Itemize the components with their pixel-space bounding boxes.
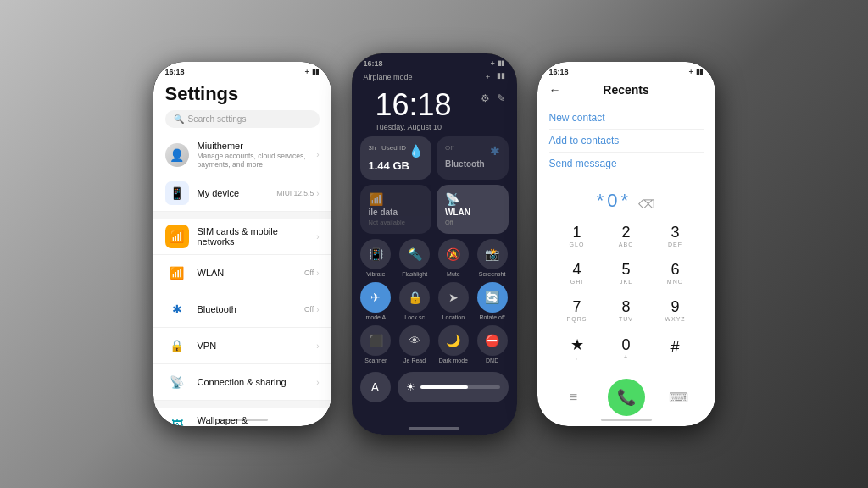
lockscreen-item[interactable]: 🔒 Lock sc: [398, 282, 431, 320]
wlan-icon: 📶: [165, 261, 189, 285]
profile-chevron: ›: [316, 150, 319, 159]
my-device-value: MIUI 12.5.5 ›: [276, 189, 319, 198]
airplane-mode-label: Airplane mode: [364, 73, 413, 81]
home-indicator-right: [601, 419, 652, 421]
vpn-item[interactable]: 🔒 VPN ›: [153, 328, 331, 364]
reader-btn: 👁: [399, 325, 430, 356]
sim-label: SIM cards & mobile networks: [198, 226, 309, 247]
dial-key-8[interactable]: 8 TUV: [604, 293, 649, 327]
keypad-button[interactable]: ⌨: [664, 382, 694, 413]
location-item[interactable]: ➤ Location: [437, 282, 470, 320]
backspace-icon[interactable]: ⌫: [638, 197, 655, 211]
dial-key-0[interactable]: 0 +: [604, 330, 649, 365]
brightness-fill: [420, 385, 468, 389]
screenshot-label: Screensht: [479, 271, 506, 277]
status-time-left: 16:18: [165, 68, 185, 76]
dial-key-hash[interactable]: #: [653, 330, 698, 365]
settings-list: 👤 Miuithemer Manage accounts, cloud serv…: [153, 135, 331, 426]
left-phone: 16:18 ＋ ▮▮ Settings 🔍 Search settings 👤 …: [153, 62, 331, 426]
dial-key-star[interactable]: ★ ,: [554, 330, 600, 365]
bluetooth-value: Off ›: [304, 305, 320, 314]
wlan-item[interactable]: 📶 WLAN Off ›: [153, 255, 331, 291]
cc-second-tiles: 📶 ile data Not available 📡 WLAN Off: [352, 185, 517, 234]
screenshot-btn: 📸: [477, 239, 508, 269]
status-icons-right: ＋ ▮▮: [687, 67, 703, 76]
dial-key-3[interactable]: 3 DEF: [653, 219, 698, 252]
dial-key-2[interactable]: 2 ABC: [604, 219, 649, 252]
dial-key-9[interactable]: 9 WXYZ: [653, 293, 698, 327]
new-contact-link[interactable]: New contact: [549, 107, 704, 130]
sim-item[interactable]: 📶 SIM cards & mobile networks ›: [153, 219, 331, 255]
vpn-icon: 🔒: [165, 334, 189, 358]
wlan-tile-sub: Off: [445, 219, 500, 226]
dial-key-6[interactable]: 6 MNO: [653, 256, 698, 290]
settings-gear-icon[interactable]: ⚙: [481, 92, 490, 104]
status-icons-left: ＋ ▮▮: [303, 67, 319, 76]
divider: [153, 212, 331, 219]
cc-top-tiles: 3h Used ID 💧 1.44 GB Off ✱ Bluetooth: [352, 136, 517, 180]
wlan-tile[interactable]: 📡 WLAN Off: [437, 185, 509, 234]
dial-key-7[interactable]: 7 PQRS: [554, 293, 600, 327]
my-device-item[interactable]: 📱 My device MIUI 12.5.5 ›: [153, 175, 331, 212]
bluetooth-label: Bluetooth: [198, 304, 296, 314]
bluetooth-tile[interactable]: Off ✱ Bluetooth: [437, 136, 509, 180]
dial-number: *0*: [597, 190, 632, 212]
screenshot-item[interactable]: 📸 Screensht: [476, 239, 509, 277]
brightness-bar[interactable]: ☀: [398, 372, 509, 402]
dialer-header: ← Recents: [537, 78, 715, 100]
dial-key-1[interactable]: 1 GLO: [554, 219, 600, 252]
brightness-track: [420, 385, 500, 389]
dnd-label: DND: [486, 358, 498, 363]
search-bar[interactable]: 🔍 Search settings: [165, 110, 320, 128]
darkmode-item[interactable]: 🌙 Dark mode: [437, 325, 470, 363]
mute-item[interactable]: 🔕 Mute: [437, 239, 470, 277]
scanner-label: Scanner: [364, 358, 387, 363]
my-device-content: My device: [198, 188, 269, 198]
add-to-contacts-link[interactable]: Add to contacts: [549, 130, 704, 152]
cc-time: 16:18: [364, 59, 383, 68]
scanner-item[interactable]: ⬛ Scanner: [360, 325, 392, 363]
rotate-label: Rotate off: [480, 314, 505, 320]
data-tile-value: 1.44 GB: [369, 159, 424, 172]
call-button[interactable]: 📞: [608, 379, 645, 416]
back-button[interactable]: ←: [549, 83, 561, 97]
bt-tile-name: Bluetooth: [445, 159, 500, 169]
reader-item[interactable]: 👁 Je Read: [398, 325, 431, 363]
a-button[interactable]: A: [360, 372, 391, 402]
dial-display: *0* ⌫ 1 GLO 2 ABC 3 DEF: [537, 182, 715, 372]
airplane-item[interactable]: ✈ mode A: [360, 282, 392, 320]
center-phone: 16:18 ＋ ▮▮ Airplane mode ＋ ▮▮ 16:18 Tues…: [352, 53, 517, 435]
status-bar-right: 16:18 ＋ ▮▮: [537, 62, 715, 78]
wlan-value: Off ›: [304, 269, 320, 278]
quick-icons-row2: ✈ mode A 🔒 Lock sc ➤ Location 🔄 Rotate o…: [352, 282, 517, 320]
rotate-item[interactable]: 🔄 Rotate off: [476, 282, 509, 320]
mobile-data-tile[interactable]: 📶 ile data Not available: [360, 185, 432, 234]
edit-icon[interactable]: ✎: [497, 92, 505, 104]
battery-icon: ▮▮: [497, 71, 505, 82]
flashlight-item[interactable]: 🔦 Flashlight: [398, 239, 431, 277]
flashlight-btn: 🔦: [399, 239, 430, 269]
send-message-link[interactable]: Send message: [549, 152, 704, 175]
keypad-icon: ⌨: [669, 390, 688, 406]
brightness-icon: ☀: [406, 381, 415, 393]
quick-icons-row3: ⬛ Scanner 👁 Je Read 🌙 Dark mode ⛔ DND: [352, 325, 517, 363]
divider2: [153, 401, 331, 408]
wallpaper-chevron: ›: [316, 421, 319, 427]
data-tile[interactable]: 3h Used ID 💧 1.44 GB: [360, 136, 432, 180]
airplane-label: mode A: [366, 314, 387, 320]
menu-button[interactable]: ≡: [559, 382, 589, 413]
control-center-screen: 16:18 ＋ ▮▮ Airplane mode ＋ ▮▮ 16:18 Tues…: [352, 53, 517, 435]
wallpaper-item[interactable]: 🖼 Wallpaper & personalization ›: [153, 408, 331, 426]
dnd-item[interactable]: ⛔ DND: [476, 325, 509, 363]
bluetooth-item[interactable]: ✱ Bluetooth Off ›: [153, 291, 331, 328]
cc-status-bar: 16:18 ＋ ▮▮: [352, 53, 517, 69]
dial-key-4[interactable]: 4 GHI: [554, 256, 600, 290]
profile-item[interactable]: 👤 Miuithemer Manage accounts, cloud serv…: [153, 135, 331, 175]
cc-date: Tuesday, August 10: [364, 123, 464, 136]
dial-key-5[interactable]: 5 JKL: [604, 256, 649, 290]
vpn-label: VPN: [198, 341, 309, 351]
lockscreen-btn: 🔒: [399, 282, 430, 313]
vibrate-item[interactable]: 📳 Vibrate: [360, 239, 392, 277]
my-device-icon: 📱: [165, 181, 189, 205]
connection-item[interactable]: 📡 Connection & sharing ›: [153, 364, 331, 401]
